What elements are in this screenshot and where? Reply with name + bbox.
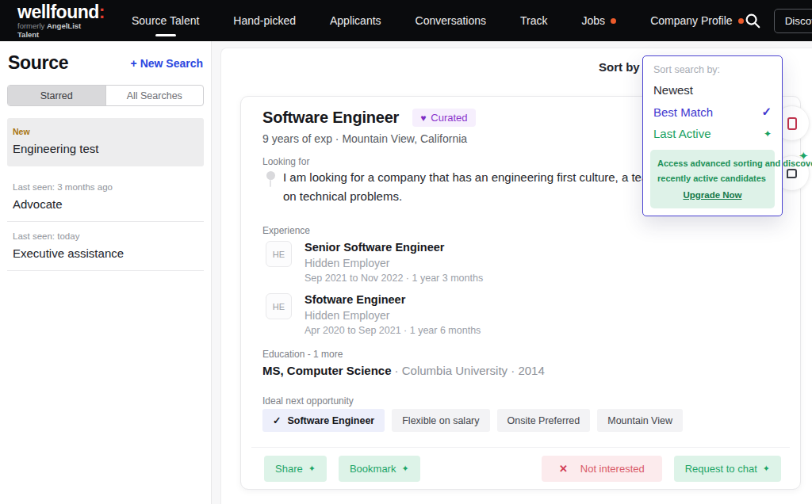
check-icon: ✓: [273, 414, 281, 426]
nav-item-jobs[interactable]: Jobs: [582, 0, 617, 41]
notification-dot: [738, 18, 744, 24]
request-to-chat-button[interactable]: Request to chat✦: [674, 456, 781, 482]
close-icon: ✕: [559, 463, 568, 475]
list-item-engineering-test[interactable]: New Engineering test: [7, 118, 204, 166]
discover-recruit-pro-button[interactable]: Discover Recruit Pro: [774, 9, 812, 33]
last-seen-meta: Last seen: today: [13, 231, 198, 241]
sort-option-best-match[interactable]: Best Match✓: [653, 105, 772, 119]
nav-item-hand-picked[interactable]: Hand-picked: [233, 0, 296, 41]
nav-item-company-profile[interactable]: Company Profile: [650, 0, 744, 41]
experience-item: Senior Software Engineer Hidden Employer…: [304, 241, 483, 284]
check-icon: ✓: [761, 105, 772, 119]
sort-dropdown-header: Sort search by:: [653, 64, 772, 75]
share-button[interactable]: Share✦: [264, 456, 327, 482]
sort-dropdown: Sort search by: Newest Best Match✓ Last …: [642, 55, 783, 216]
opportunity-tags: ✓Software Engineer Flexible on salary On…: [262, 409, 683, 432]
sparkle-icon: ✦: [401, 464, 408, 474]
sort-option-last-active[interactable]: Last Active✦: [653, 127, 772, 140]
nav-items: Source Talent Hand-picked Applicants Con…: [132, 0, 744, 41]
sidebar-tabs: Starred All Searches: [7, 85, 204, 106]
chat-icon: [787, 169, 797, 178]
candidate-title: Software Engineer: [262, 109, 399, 127]
quote-pin-icon: [266, 171, 275, 180]
looking-for-label: Looking for: [262, 156, 309, 167]
search-icon[interactable]: [744, 12, 761, 29]
nav-item-source-talent[interactable]: Source Talent: [132, 0, 199, 41]
new-badge: New: [13, 127, 198, 136]
education-label: Education - 1 more: [262, 349, 343, 360]
source-sidebar: Source + New Search Starred All Searches…: [0, 41, 212, 504]
sparkle-icon: ✦: [308, 464, 316, 474]
upgrade-now-link[interactable]: Upgrade Now: [657, 188, 768, 202]
nav-item-conversations[interactable]: Conversations: [416, 0, 487, 41]
top-navbar: wellfound: formerly AngelList Talent Sou…: [0, 0, 812, 41]
wellfound-logo[interactable]: wellfound: formerly AngelList Talent: [17, 3, 105, 39]
tab-all-searches[interactable]: All Searches: [105, 86, 204, 105]
curated-badge: ♥Curated: [412, 109, 475, 127]
list-item-executive-assistance[interactable]: Last seen: today Executive assistance: [7, 222, 204, 271]
saved-searches-list: New Engineering test Last seen: 3 months…: [7, 118, 204, 271]
new-search-link[interactable]: + New Search: [131, 57, 203, 70]
card-divider: [251, 447, 790, 448]
opportunity-label: Ideal next opportunity: [262, 395, 354, 407]
logo-tagline: formerly AngelList Talent: [17, 21, 105, 39]
notification-dot: [611, 18, 616, 24]
tag-flexible-on-salary[interactable]: Flexible on salary: [392, 409, 489, 432]
card-actions: Share✦ Bookmark✦ ✕Not interested Request…: [264, 456, 781, 482]
tag-onsite-preferred[interactable]: Onsite Preferred: [497, 409, 591, 432]
bookmark-button[interactable]: Bookmark✦: [339, 456, 420, 482]
sort-by-label: Sort by: [599, 60, 640, 74]
flag-icon: [787, 117, 797, 130]
employer-avatar: HE: [266, 241, 292, 267]
not-interested-button[interactable]: ✕Not interested: [542, 456, 662, 482]
heart-icon: ♥: [420, 113, 426, 124]
list-item-advocate[interactable]: Last seen: 3 months ago Advocate: [7, 173, 204, 222]
sparkle-icon: ✦: [764, 128, 772, 139]
sort-option-newest[interactable]: Newest: [653, 83, 772, 97]
nav-item-applicants[interactable]: Applicants: [330, 0, 381, 41]
tag-mountain-view[interactable]: Mountain View: [597, 409, 683, 432]
tab-starred[interactable]: Starred: [8, 86, 105, 105]
logo-colon: :: [99, 2, 105, 22]
employer-avatar: HE: [266, 293, 292, 319]
screen: wellfound: formerly AngelList Talent Sou…: [0, 0, 812, 504]
education-row: MS, Computer Science· Columbia Universit…: [262, 364, 545, 377]
nav-item-track[interactable]: Track: [520, 0, 547, 41]
logo-wordmark: wellfound:: [17, 3, 105, 21]
sidebar-title: Source: [8, 52, 68, 74]
experience-item: Sfotware Engineer Hidden Employer Apr 20…: [304, 293, 481, 336]
sparkle-icon: ✦: [763, 464, 770, 474]
experience-label: Experience: [262, 225, 310, 236]
last-seen-meta: Last seen: 3 months ago: [13, 182, 198, 192]
candidate-subtitle: 9 years of exp · Mountain View, Californ…: [262, 132, 467, 145]
upgrade-upsell: Access advanced sorting and discover rec…: [650, 150, 775, 208]
tag-software-engineer[interactable]: ✓Software Engineer: [262, 409, 385, 432]
